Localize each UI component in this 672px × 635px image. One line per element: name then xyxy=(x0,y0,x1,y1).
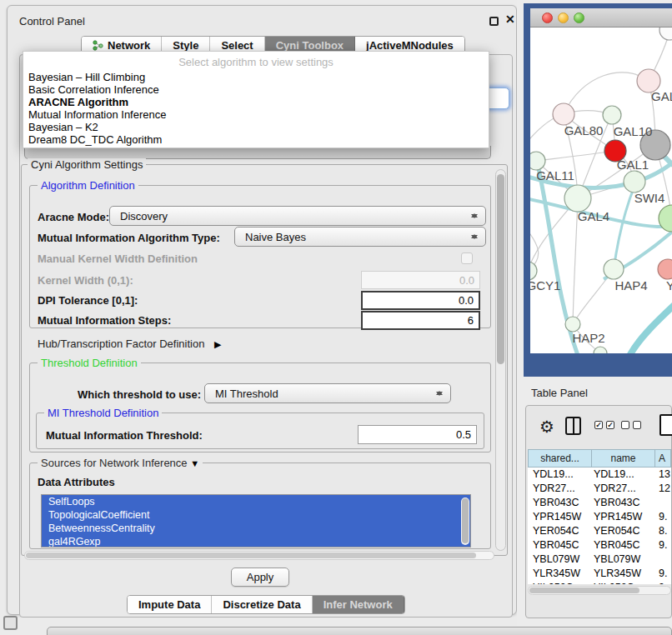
table-panel: ⚙ ✓ ✓ shared... name A YDL19... YDL19...… xyxy=(525,405,672,618)
label-gal10: GAL10 xyxy=(614,124,653,138)
node-partial-bottom[interactable] xyxy=(594,347,607,353)
tab-infer-network[interactable]: Infer Network xyxy=(313,596,404,613)
list-item-selected[interactable]: gal4RGexp xyxy=(42,535,470,548)
checked-checkbox-icon[interactable]: ✓ xyxy=(594,421,603,429)
dropdown-item[interactable]: Bayesian – K2 xyxy=(27,121,485,133)
node-hap4[interactable] xyxy=(604,259,624,279)
mi-type-select[interactable]: Naive Bayes xyxy=(234,227,486,247)
node-gal11[interactable] xyxy=(530,152,545,170)
gear-icon[interactable]: ⚙ xyxy=(539,416,554,438)
node-gcy1[interactable] xyxy=(530,262,537,280)
bottom-panel-fragment xyxy=(47,627,672,635)
label-gal4: GAL4 xyxy=(578,209,609,223)
dropdown-placeholder: Select algorithm to view settings xyxy=(23,56,489,68)
table-row[interactable]: YPR145W YPR145W 9. xyxy=(528,510,671,524)
manual-kernel-checkbox[interactable] xyxy=(461,252,473,264)
dropdown-item-aracne[interactable]: ARACNE Algorithm xyxy=(27,96,485,108)
label-y-partial: Y xyxy=(666,278,672,292)
unchecked-checkbox-icon[interactable] xyxy=(633,421,641,429)
network-view-window[interactable]: GAL80 GAL10 GAL1 GAL11 SWI4 GAL4 GCY1 HA… xyxy=(524,3,672,377)
node-hap2[interactable] xyxy=(565,317,580,332)
bottom-tab-strip: Impute Data Discretize Data Infer Networ… xyxy=(127,595,405,614)
document-icon[interactable] xyxy=(659,414,672,436)
table-row[interactable]: YDR27... YDR27... 12 xyxy=(528,482,671,496)
node-gal1[interactable] xyxy=(624,171,645,192)
sources-group-title[interactable]: Sources for Network Inference ▼ xyxy=(38,457,203,469)
mi-steps-field[interactable]: 6 xyxy=(361,311,480,330)
table-horizontal-scrollbar[interactable] xyxy=(528,586,671,595)
algorithm-dropdown-popup: Select algorithm to view settings Bayesi… xyxy=(23,51,489,148)
label-hap4: HAP4 xyxy=(614,278,647,292)
dropdown-item[interactable]: Basic Correlation Inference xyxy=(27,83,485,96)
network-canvas[interactable]: GAL80 GAL10 GAL1 GAL11 SWI4 GAL4 GCY1 HA… xyxy=(530,28,672,353)
settings-vertical-scrollbar[interactable] xyxy=(495,169,506,551)
data-attributes-label: Data Attributes xyxy=(38,476,115,488)
kernel-width-field[interactable]: 0.0 xyxy=(361,271,480,289)
mi-threshold-group-title: MI Threshold Definition xyxy=(44,407,162,419)
float-window-icon[interactable] xyxy=(489,17,499,26)
node-gal4[interactable] xyxy=(564,185,591,212)
table-row[interactable]: YLR345W YLR345W 9. xyxy=(528,567,671,581)
aracne-mode-label: Aracne Mode: xyxy=(38,211,109,223)
table-row[interactable]: YER054C YER054C 8. xyxy=(528,524,671,538)
table-row[interactable]: YIL052C YIL052C 9. xyxy=(528,581,671,584)
list-item-selected[interactable]: TopologicalCoefficient xyxy=(42,508,470,522)
table-row[interactable]: YBR045C YBR045C 9. xyxy=(528,538,671,552)
label-hap2: HAP2 xyxy=(572,331,604,345)
node-gal10[interactable] xyxy=(603,106,621,124)
network-graph: GAL80 GAL10 GAL1 GAL11 SWI4 GAL4 GCY1 HA… xyxy=(530,28,672,353)
settings-horizontal-scrollbar[interactable] xyxy=(24,551,494,560)
list-item-selected[interactable]: BetweennessCentrality xyxy=(42,522,470,535)
which-threshold-select[interactable]: MI Threshold xyxy=(204,383,451,403)
column-header-partial[interactable]: A xyxy=(655,449,671,468)
columns-icon[interactable] xyxy=(565,417,581,435)
zoom-traffic-light[interactable] xyxy=(574,12,584,23)
tab-impute-data[interactable]: Impute Data xyxy=(128,596,212,613)
apply-button[interactable]: Apply xyxy=(231,568,289,587)
dropdown-item-list: Bayesian – Hill Climbing Basic Correlati… xyxy=(27,71,485,146)
data-attributes-listbox[interactable]: SelfLoops TopologicalCoefficient Between… xyxy=(41,494,471,548)
node-partial-top[interactable] xyxy=(659,28,672,40)
table-body: YDL19... YDL19... 13 YDR27... YDR27... 1… xyxy=(528,468,671,584)
which-threshold-label: Which threshold to use: xyxy=(78,388,201,401)
table-row[interactable]: YBR043C YBR043C xyxy=(528,496,671,510)
minimize-traffic-light[interactable] xyxy=(558,12,569,23)
stepper-icon xyxy=(435,388,443,399)
aracne-mode-select[interactable]: Discovery xyxy=(109,206,486,226)
mi-steps-label: Mutual Information Steps: xyxy=(38,314,171,327)
tab-discretize-data[interactable]: Discretize Data xyxy=(212,596,312,613)
dpi-tolerance-field[interactable]: 0.0 xyxy=(361,291,480,310)
settings-group-title: Cyni Algorithm Settings xyxy=(28,158,146,171)
threshold-definition-title: Threshold Definition xyxy=(38,357,141,369)
hub-definition-toggle[interactable]: Hub/Transcription Factor Definition ▶ xyxy=(38,338,221,350)
mi-threshold-field[interactable]: 0.5 xyxy=(358,425,477,444)
list-item-selected[interactable]: SelfLoops xyxy=(42,495,470,508)
node-gal80[interactable] xyxy=(553,103,574,125)
column-header-name[interactable]: name xyxy=(592,449,655,468)
node-salmon[interactable] xyxy=(658,259,672,279)
dropdown-item[interactable]: Mutual Information Inference xyxy=(27,108,485,121)
column-header-shared-name[interactable]: shared... xyxy=(528,449,592,468)
listbox-scrollbar[interactable] xyxy=(461,498,469,545)
dropdown-item[interactable]: Bayesian – Hill Climbing xyxy=(27,71,485,83)
network-labels: GAL80 GAL10 GAL1 GAL11 SWI4 GAL4 GCY1 HA… xyxy=(530,89,672,345)
table-header-row: shared... name A xyxy=(528,449,671,468)
collapse-down-icon: ▼ xyxy=(190,458,199,468)
network-window-titlebar[interactable] xyxy=(530,8,672,28)
floating-panel-icon[interactable] xyxy=(3,616,18,630)
dpi-tolerance-label: DPI Tolerance [0,1]: xyxy=(38,294,138,307)
close-traffic-light[interactable] xyxy=(542,12,553,23)
label-gcy1: GCY1 xyxy=(530,278,560,292)
node-table: shared... name A YDL19... YDL19... 13 YD… xyxy=(528,449,671,584)
mi-type-label: Mutual Information Algorithm Type: xyxy=(38,232,220,244)
algorithm-definition-title: Algorithm Definition xyxy=(38,179,138,192)
label-gal-partial: GAL xyxy=(651,89,672,103)
table-row[interactable]: YDL19... YDL19... 13 xyxy=(528,468,671,482)
unchecked-checkbox-icon[interactable] xyxy=(621,421,629,429)
close-icon[interactable]: ✕ xyxy=(505,12,515,26)
table-panel-title: Table Panel xyxy=(531,387,588,399)
table-row[interactable]: YBL079W YBL079W xyxy=(528,552,671,567)
checked-checkbox-icon[interactable]: ✓ xyxy=(606,421,614,429)
mi-threshold-label: Mutual Information Threshold: xyxy=(46,429,203,442)
dropdown-item[interactable]: Dream8 DC_TDC Algorithm xyxy=(27,133,485,146)
